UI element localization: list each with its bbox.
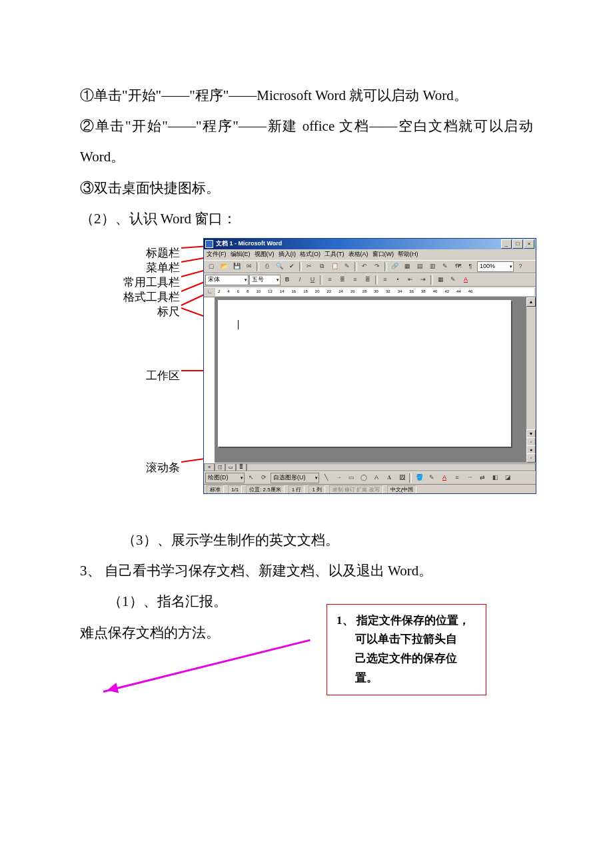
copy-icon[interactable]: ⧉	[316, 261, 328, 272]
menu-bar: 文件(F) 编辑(E) 视图(V) 插入(I) 格式(O) 工具(T) 表格(A…	[204, 249, 536, 260]
italic-icon[interactable]: I	[294, 275, 306, 285]
ruler-tick: 14	[280, 288, 285, 296]
status-page: 1/1	[228, 485, 242, 494]
tab-selector-icon[interactable]: ∟	[205, 288, 215, 296]
ruler-tick: 34	[398, 288, 402, 296]
oval-icon[interactable]: ◯	[358, 473, 370, 483]
table-icon[interactable]: ▦	[401, 261, 413, 272]
excel-icon[interactable]: ▤	[414, 261, 426, 272]
formatting-toolbar: 宋体 五号 B I U ≡ ≣ ≡ ≣ ≡ • ⇤ ⇥ ▦ ✎ A	[204, 273, 536, 287]
paragraph-5: （3）、展示学生制作的英文文档。	[80, 525, 533, 555]
preview-icon[interactable]: 🔍	[273, 261, 285, 272]
show-hide-icon[interactable]: ¶	[464, 261, 476, 272]
rotate-icon[interactable]: ⟳	[258, 473, 270, 483]
align-left-icon[interactable]: ≡	[324, 275, 336, 285]
save-icon[interactable]: 💾	[231, 261, 243, 272]
ruler-tick: 28	[362, 288, 367, 296]
columns-icon[interactable]: ▥	[426, 261, 438, 272]
menu-insert[interactable]: 插入(I)	[279, 248, 297, 261]
status-standard: 标准	[207, 485, 224, 494]
format-painter-icon[interactable]: ✎	[341, 261, 353, 272]
maximize-button[interactable]: □	[512, 239, 523, 249]
font-size-select[interactable]: 五号	[249, 275, 281, 285]
menu-view[interactable]: 视图(V)	[255, 248, 275, 261]
print-icon[interactable]: ⎙	[261, 261, 273, 272]
zoom-select[interactable]: 100%	[477, 261, 514, 272]
autoshapes-menu[interactable]: 自选图形(U)	[271, 473, 319, 483]
help-icon[interactable]: ?	[514, 261, 526, 272]
spell-icon[interactable]: ✔	[286, 261, 298, 272]
font-color-icon[interactable]: A	[460, 275, 472, 285]
paste-icon[interactable]: 📋	[328, 261, 340, 272]
outline-view-button[interactable]: ≣	[236, 463, 247, 471]
new-icon[interactable]: ▢	[205, 261, 217, 272]
clipart-icon[interactable]: 🖼	[396, 473, 408, 483]
menu-file[interactable]: 文件(F)	[207, 248, 227, 261]
select-objects-icon[interactable]: ↖	[245, 473, 257, 483]
decrease-indent-icon[interactable]: ⇤	[404, 275, 416, 285]
mail-icon[interactable]: ✉	[243, 261, 255, 272]
callout-line: 己选定文件的保存位	[336, 649, 476, 669]
3d-icon[interactable]: ◪	[502, 473, 514, 483]
shadow-icon[interactable]: ◧	[489, 473, 501, 483]
menu-table[interactable]: 表格(A)	[348, 248, 368, 261]
map-icon[interactable]: 🗺	[452, 261, 464, 272]
status-language: 中文(中国	[387, 485, 417, 494]
align-center-icon[interactable]: ≣	[336, 275, 348, 285]
vertical-scrollbar[interactable]: ▲ ▼ ◦ ● ◦	[526, 297, 536, 463]
fill-color-icon[interactable]: 🪣	[413, 473, 425, 483]
minimize-button[interactable]: _	[501, 239, 512, 249]
bullets-icon[interactable]: •	[392, 275, 404, 285]
menu-edit[interactable]: 编辑(E)	[231, 248, 251, 261]
hyperlink-icon[interactable]: 🔗	[388, 261, 400, 272]
cut-icon[interactable]: ✂	[303, 261, 315, 272]
horizontal-scrollbar[interactable]	[247, 463, 536, 471]
print-view-button[interactable]: ▭	[225, 463, 236, 471]
normal-view-button[interactable]: ≡	[204, 463, 215, 471]
text-color-icon[interactable]: A	[438, 473, 450, 483]
rectangle-icon[interactable]: ▭	[345, 473, 357, 483]
paragraph-6: 3、 自己看书学习保存文档、新建文档、以及退出 Word。	[80, 555, 533, 586]
menu-help[interactable]: 帮助(H)	[398, 248, 418, 261]
menu-tools[interactable]: 工具(T)	[324, 248, 344, 261]
undo-icon[interactable]: ↶	[358, 261, 370, 272]
justify-icon[interactable]: ≣	[362, 275, 374, 285]
line-icon[interactable]: ╲	[320, 473, 332, 483]
vertical-ruler[interactable]	[204, 297, 215, 463]
line-color-icon[interactable]: ✎	[426, 473, 438, 483]
close-button[interactable]: ×	[524, 239, 534, 249]
status-column: 1 列	[308, 485, 325, 494]
arrow-icon[interactable]: →	[332, 473, 344, 483]
borders-icon[interactable]: ▦	[434, 275, 446, 285]
web-view-button[interactable]: ◫	[215, 463, 225, 471]
menu-format[interactable]: 格式(O)	[300, 248, 320, 261]
dash-style-icon[interactable]: ┄	[464, 473, 476, 483]
drawing-icon[interactable]: ✎	[439, 261, 451, 272]
arrow-style-icon[interactable]: ⇄	[476, 473, 488, 483]
draw-menu[interactable]: 绘图(D)	[205, 473, 245, 483]
highlight-icon[interactable]: ✎	[447, 275, 459, 285]
increase-indent-icon[interactable]: ⇥	[417, 275, 429, 285]
document-main	[215, 297, 526, 463]
wordart-icon[interactable]: 𝐀	[383, 473, 395, 483]
horizontal-ruler[interactable]: 2 4 6 8 10 12 14 16 18 20 22 24 26 28 30…	[215, 288, 534, 296]
separator-icon	[320, 275, 322, 285]
align-right-icon[interactable]: ≡	[349, 275, 361, 285]
redo-icon[interactable]: ↷	[371, 261, 383, 272]
underline-icon[interactable]: U	[306, 275, 318, 285]
next-page-button[interactable]: ◦	[526, 453, 536, 463]
paragraph-1: ①单击"开始"——"程序"——Microsoft Word 就可以启动 Word…	[80, 80, 533, 111]
ruler-tick: 20	[315, 288, 320, 296]
line-style-icon[interactable]: ≡	[451, 473, 463, 483]
textbox-icon[interactable]: A	[370, 473, 382, 483]
bold-icon[interactable]: B	[281, 275, 293, 285]
ruler-tick: 18	[303, 288, 308, 296]
document-page-canvas[interactable]	[218, 300, 511, 447]
font-name-select[interactable]: 宋体	[205, 275, 249, 285]
ruler-tick: 26	[350, 288, 355, 296]
numbering-icon[interactable]: ≡	[379, 275, 391, 285]
open-icon[interactable]: 📂	[218, 261, 230, 272]
page-viewport[interactable]	[215, 297, 526, 463]
scroll-up-button[interactable]: ▲	[526, 297, 536, 307]
menu-window[interactable]: 窗口(W)	[372, 248, 394, 261]
